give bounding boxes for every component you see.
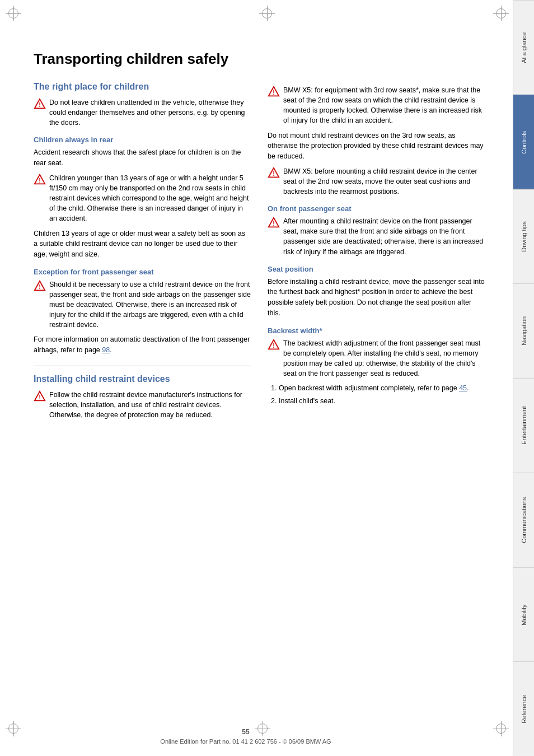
subsection-exception-title: Exception for front passenger seat xyxy=(34,268,251,276)
svg-text:!: ! xyxy=(273,342,275,348)
seat-position-text: Before installing a child restraint devi… xyxy=(268,277,485,319)
warning-icon-6: ! xyxy=(268,339,280,351)
warning-text-2: Children younger than 13 years of age or… xyxy=(49,173,251,224)
svg-text:!: ! xyxy=(273,89,275,96)
svg-text:!: ! xyxy=(39,283,41,290)
children-rear-text: Children 13 years of age or older must w… xyxy=(34,228,251,260)
svg-text:!: ! xyxy=(39,101,41,108)
subsection-children-always-rear: Children always in rear xyxy=(34,136,251,144)
children-rear-intro: Accident research shows that the safest … xyxy=(34,147,251,169)
warning-block-1: ! Do not leave children unattended in th… xyxy=(34,97,251,128)
warning-text-bmw1: BMW X5: for equipment with 3rd row seats… xyxy=(283,85,485,126)
subsection-seat-position: Seat position xyxy=(268,265,485,273)
warning-block-3: ! Should it be necessary to use a child … xyxy=(34,279,251,330)
section-right-place-title: The right place for children xyxy=(34,82,251,92)
left-column: The right place for children ! Do not le… xyxy=(34,82,251,424)
warning-icon-4: ! xyxy=(34,390,46,403)
list-item: Open backrest width adjustment completel… xyxy=(279,383,485,394)
warning-text-3: Should it be necessary to use a child re… xyxy=(49,279,251,330)
installation-steps: Open backrest width adjustment completel… xyxy=(268,383,485,407)
sidebar-tabs: At a glance Controls Driving tips Naviga… xyxy=(513,0,534,756)
warning-block-2: ! Children younger than 13 years of age … xyxy=(34,173,251,224)
sidebar-item-navigation[interactable]: Navigation xyxy=(513,283,534,378)
list-item: Install child's seat. xyxy=(279,396,485,407)
sidebar-item-entertainment[interactable]: Entertainment xyxy=(513,378,534,473)
warning-icon-3: ! xyxy=(34,280,46,292)
section-divider xyxy=(34,366,251,366)
page-footer: 55 Online Edition for Part no. 01 41 2 6… xyxy=(0,728,491,745)
svg-text:!: ! xyxy=(39,393,41,400)
warning-block-bmw2: ! BMW X5: before mounting a child restra… xyxy=(268,166,485,197)
warning-block-4: ! Follow the child restraint device manu… xyxy=(34,390,251,420)
svg-text:!: ! xyxy=(39,176,41,183)
warning-block-6: ! The backrest width adjustment of the f… xyxy=(268,338,485,379)
footer-text: Online Edition for Part no. 01 41 2 602 … xyxy=(160,738,331,745)
sidebar-item-driving-tips[interactable]: Driving tips xyxy=(513,189,534,284)
sidebar: At a glance Controls Driving tips Naviga… xyxy=(513,0,534,756)
warning-icon-bmw1: ! xyxy=(268,86,280,98)
bmw-x5-text1: Do not mount child restraint devices on … xyxy=(268,130,485,162)
step1-page-link[interactable]: 45 xyxy=(459,384,467,392)
exception-page-link[interactable]: 98 xyxy=(102,346,110,354)
page-title: Transporting children safely xyxy=(34,50,485,68)
subsection-front-passenger-title: On front passenger seat xyxy=(268,204,485,213)
section-installing-title: Installing child restraint devices xyxy=(34,374,251,384)
warning-icon-bmw2: ! xyxy=(268,167,280,179)
subsection-backrest-title: Backrest width* xyxy=(268,326,485,335)
warning-block-bmw1: ! BMW X5: for equipment with 3rd row sea… xyxy=(268,85,485,126)
sidebar-item-controls[interactable]: Controls xyxy=(513,95,534,189)
sidebar-item-reference[interactable]: Reference xyxy=(513,661,534,756)
svg-text:!: ! xyxy=(273,220,275,227)
sidebar-item-mobility[interactable]: Mobility xyxy=(513,567,534,662)
warning-icon-5: ! xyxy=(268,217,280,229)
page-number: 55 xyxy=(0,728,491,736)
warning-block-5: ! After mounting a child restraint devic… xyxy=(268,216,485,257)
exception-footer-text: For more information on automatic deacti… xyxy=(34,334,251,356)
warning-text-bmw2: BMW X5: before mounting a child restrain… xyxy=(283,166,485,197)
warning-icon-2: ! xyxy=(34,174,46,186)
sidebar-item-communications[interactable]: Communications xyxy=(513,473,534,567)
svg-text:!: ! xyxy=(273,170,275,176)
warning-text-6: The backrest width adjustment of the fro… xyxy=(283,338,485,379)
warning-text-1: Do not leave children unattended in the … xyxy=(49,97,251,128)
warning-icon-1: ! xyxy=(34,98,46,110)
right-column: ! BMW X5: for equipment with 3rd row sea… xyxy=(268,82,485,424)
sidebar-item-at-a-glance[interactable]: At a glance xyxy=(513,0,534,95)
warning-text-5: After mounting a child restraint device … xyxy=(283,216,485,257)
warning-text-4: Follow the child restraint device manufa… xyxy=(49,390,251,420)
